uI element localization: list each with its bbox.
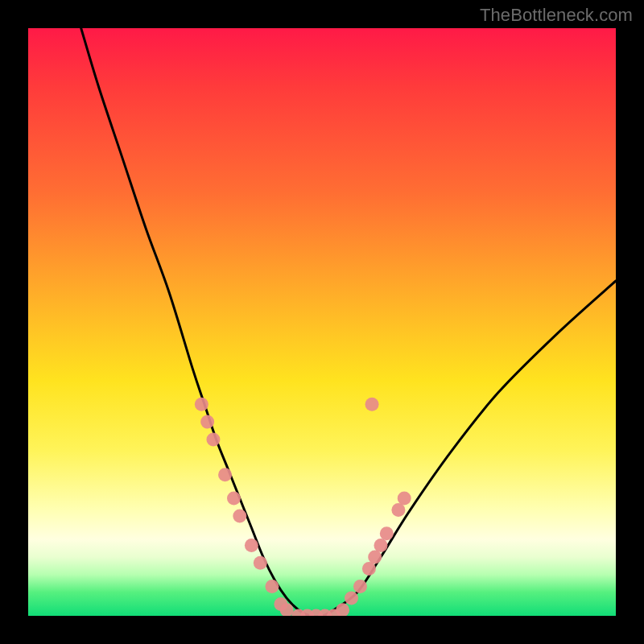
data-marker <box>345 592 358 605</box>
data-marker <box>353 580 367 593</box>
data-marker <box>218 468 232 481</box>
data-marker <box>368 551 382 564</box>
data-marker <box>380 526 394 540</box>
data-marker <box>365 398 379 411</box>
data-marker <box>195 398 208 411</box>
data-marker <box>200 415 214 429</box>
data-marker <box>227 492 241 506</box>
watermark-text: TheBottleneck.com <box>480 5 633 26</box>
data-marker <box>254 556 267 570</box>
data-marker <box>265 580 279 593</box>
data-markers <box>195 398 411 616</box>
data-marker <box>206 433 220 447</box>
data-marker <box>362 562 376 576</box>
data-marker <box>336 603 349 616</box>
data-marker <box>398 492 411 506</box>
chart-frame: TheBottleneck.com <box>0 0 644 644</box>
data-marker <box>391 503 405 517</box>
data-marker <box>245 539 258 552</box>
plot-area <box>28 28 616 616</box>
curve-layer <box>28 28 616 616</box>
bottleneck-curve <box>81 28 616 616</box>
data-marker <box>233 509 246 522</box>
data-marker <box>374 539 388 552</box>
